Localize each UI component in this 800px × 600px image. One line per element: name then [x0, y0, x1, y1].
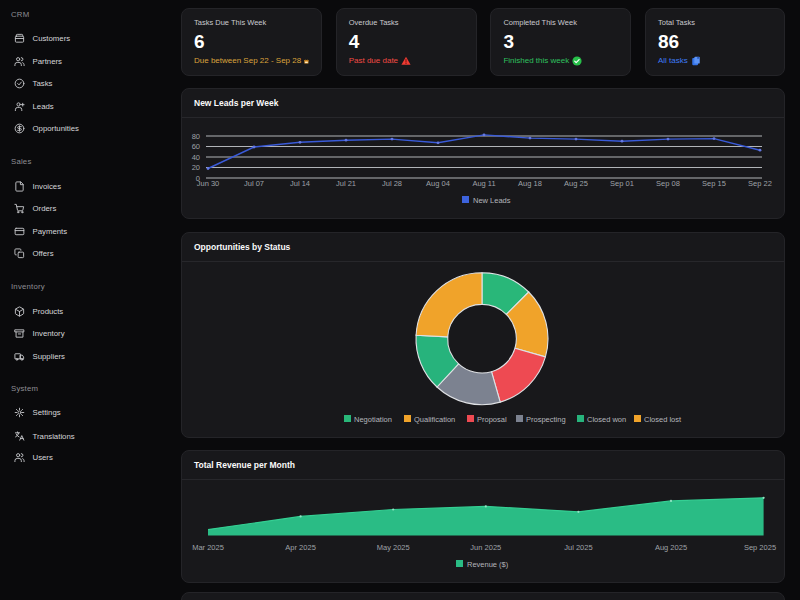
svg-text:Aug 18: Aug 18	[518, 179, 542, 188]
svg-text:Jul 2025: Jul 2025	[564, 543, 592, 552]
svg-text:Mar 2025: Mar 2025	[192, 543, 224, 552]
svg-text:Qualification: Qualification	[414, 415, 455, 424]
svg-text:80: 80	[192, 132, 200, 141]
svg-text:Jun 2025: Jun 2025	[470, 543, 501, 552]
svg-text:Aug 11: Aug 11	[472, 179, 495, 188]
svg-text:Negotiation: Negotiation	[354, 415, 392, 424]
svg-text:Apr 2025: Apr 2025	[285, 543, 315, 552]
svg-text:Sep 01: Sep 01	[610, 179, 634, 188]
svg-text:20: 20	[192, 163, 200, 172]
svg-text:Revenue ($): Revenue ($)	[467, 560, 509, 569]
svg-text:May 2025: May 2025	[377, 543, 410, 552]
svg-text:Sep 15: Sep 15	[702, 179, 726, 188]
svg-text:Prospecting: Prospecting	[526, 415, 566, 424]
svg-text:60: 60	[192, 142, 200, 151]
svg-text:Sep 22: Sep 22	[748, 179, 772, 188]
svg-text:New Leads: New Leads	[473, 196, 511, 205]
svg-text:Jul 14: Jul 14	[290, 179, 310, 188]
svg-text:Aug 04: Aug 04	[426, 179, 450, 188]
svg-text:Aug 25: Aug 25	[564, 179, 588, 188]
svg-text:40: 40	[192, 153, 200, 162]
svg-text:Sep 2025: Sep 2025	[744, 543, 776, 552]
svg-text:Jun 30: Jun 30	[197, 179, 220, 188]
svg-text:Jul 28: Jul 28	[382, 179, 402, 188]
svg-text:Closed lost: Closed lost	[644, 415, 682, 424]
svg-text:Proposal: Proposal	[477, 415, 507, 424]
svg-text:Aug 2025: Aug 2025	[655, 543, 687, 552]
svg-text:Jul 07: Jul 07	[244, 179, 264, 188]
svg-text:Sep 08: Sep 08	[656, 179, 680, 188]
svg-text:Jul 21: Jul 21	[336, 179, 356, 188]
svg-text:Closed won: Closed won	[587, 415, 626, 424]
